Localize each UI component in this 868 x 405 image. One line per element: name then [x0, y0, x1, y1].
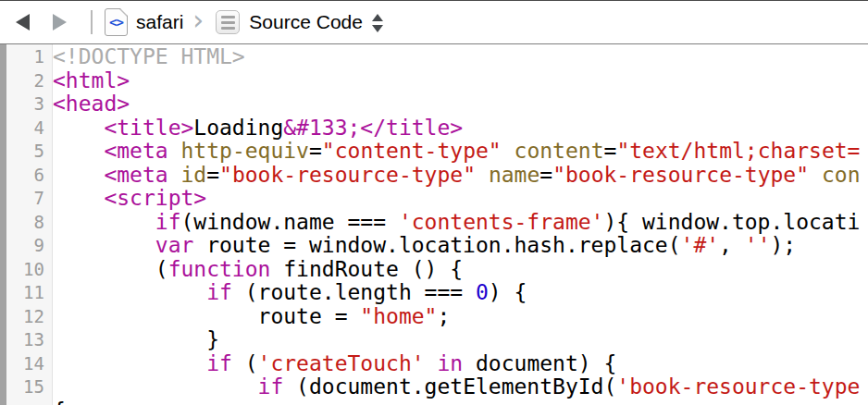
code-line[interactable]: <meta http-equiv="content-type" content=… [53, 140, 868, 164]
line-number-gutter: 123456789101112131415 [6, 44, 53, 405]
left-strip [0, 44, 6, 405]
code-line[interactable]: if (route.length === 0) { [53, 281, 868, 305]
line-number: 3 [6, 92, 52, 117]
page-fold [120, 8, 128, 16]
code-line[interactable]: <title>Loading&#133;</title> [53, 117, 868, 141]
breadcrumb-file-label: safari [136, 11, 183, 33]
breadcrumb-file-item[interactable]: <> safari [105, 8, 183, 36]
code-line[interactable]: } [53, 328, 868, 352]
breadcrumb-source-code-item[interactable]: Source Code [216, 10, 363, 34]
code-line[interactable]: <html> [53, 69, 868, 93]
code-area[interactable]: <!DOCTYPE HTML><html><head> <title>Loadi… [53, 44, 868, 405]
code-editor: 123456789101112131415 <!DOCTYPE HTML><ht… [0, 44, 868, 405]
code-line[interactable]: <meta id="book-resource-type" name="book… [53, 164, 868, 188]
jump-bar: <> safari › Source Code [0, 0, 868, 44]
code-line[interactable]: <!DOCTYPE HTML> [53, 45, 868, 69]
jump-bar-stepper[interactable] [372, 14, 383, 32]
line-number: 6 [6, 164, 52, 188]
code-line[interactable]: (function findRoute () { [53, 258, 868, 282]
line-number: 12 [6, 305, 52, 329]
list-icon [216, 10, 240, 34]
code-line[interactable]: if(window.name === 'contents-frame'){ wi… [53, 211, 868, 235]
line-number: 11 [6, 281, 52, 305]
stepper-down-icon [372, 25, 383, 32]
code-brackets-glyph: <> [109, 15, 123, 30]
line-number: 5 [6, 140, 52, 164]
line-number: 15 [6, 375, 52, 399]
code-line[interactable]: if (document.getElementById('book-resour… [53, 375, 868, 399]
breadcrumb-source-code-label: Source Code [249, 11, 363, 33]
line-number: 13 [6, 328, 52, 352]
line-number: 7 [6, 187, 52, 211]
back-button[interactable] [16, 14, 30, 31]
line-number: 9 [6, 234, 52, 258]
code-file-icon: <> [105, 8, 128, 36]
line-number: 14 [6, 352, 52, 376]
line-number: 1 [6, 45, 52, 69]
forward-button[interactable] [53, 14, 67, 31]
toolbar-divider [91, 10, 93, 34]
line-number: 4 [6, 117, 52, 141]
code-line[interactable]: if ('createTouch' in document) { [53, 352, 868, 376]
stepper-up-icon [372, 14, 383, 21]
code-line[interactable]: var route = window.location.hash.replace… [53, 234, 868, 258]
breadcrumb-chevron-icon: › [192, 6, 204, 34]
code-line[interactable]: { [53, 399, 868, 405]
line-number: 8 [6, 211, 52, 235]
code-line[interactable]: <script> [53, 187, 868, 211]
line-number: 2 [6, 69, 52, 93]
code-line[interactable]: route = "home"; [53, 305, 868, 329]
source-editor-window: <> safari › Source Code 1234567891011121… [0, 0, 868, 405]
line-number: 10 [6, 258, 52, 282]
code-line[interactable]: <head> [53, 92, 868, 117]
line-number [6, 399, 52, 405]
